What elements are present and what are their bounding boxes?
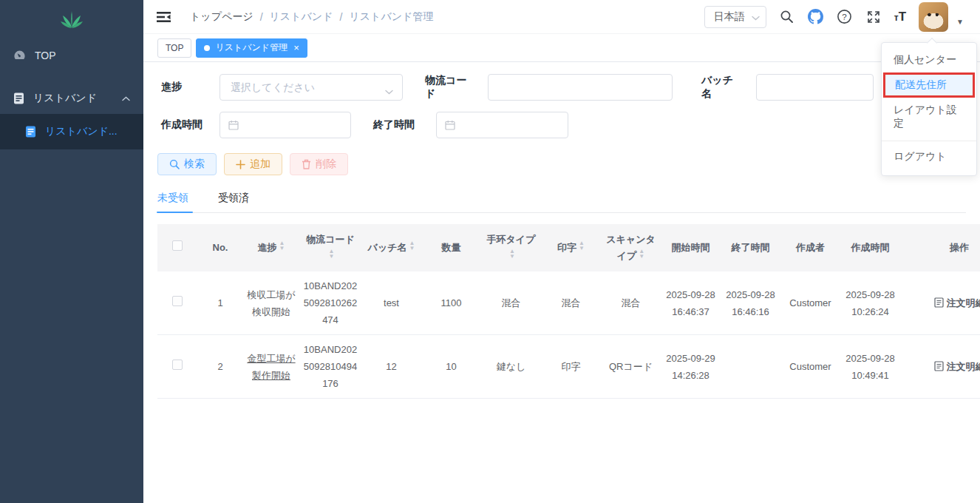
col-creator: 作成者 xyxy=(780,224,840,271)
col-logistics-code[interactable]: 物流コード▲▼ xyxy=(299,224,361,271)
sidebar-subitem-wristband-manage[interactable]: リストバンド... xyxy=(0,114,143,149)
menu-item-personal-center[interactable]: 個人センター xyxy=(882,47,976,72)
cell-band-type: 鍵なし xyxy=(481,335,541,399)
chevron-up-icon xyxy=(122,94,130,103)
cell-logistics-code: 10BAND2025092810262474 xyxy=(299,271,361,335)
caret-down-icon[interactable]: ▼ xyxy=(956,18,964,26)
row-checkbox[interactable] xyxy=(172,359,183,370)
end-time-picker[interactable] xyxy=(436,112,568,138)
table-row: 2 金型工場が製作開始 10BAND2025092810494176 12 10… xyxy=(157,335,980,399)
menu-item-logout[interactable]: ログアウト xyxy=(882,141,976,171)
plant-logo-icon xyxy=(61,8,83,29)
cell-creator: Customer xyxy=(780,335,840,399)
dashboard-icon xyxy=(13,50,26,62)
row-checkbox[interactable] xyxy=(172,296,183,306)
breadcrumb-item-wristband[interactable]: リストバンド xyxy=(270,10,333,24)
sort-icon[interactable]: ▲▼ xyxy=(329,252,335,262)
filter-row-1: 進捗 物流コード バッチ名 xyxy=(157,74,980,101)
create-time-label: 作成時間 xyxy=(161,118,205,132)
action-buttons: 検索 追加 削除 xyxy=(157,153,980,175)
delete-button[interactable]: 削除 xyxy=(290,153,348,175)
cell-end-time xyxy=(721,335,780,399)
tag-close-icon[interactable]: × xyxy=(293,43,299,53)
logistics-code-input[interactable] xyxy=(488,74,673,101)
col-batch-name[interactable]: バッチ名▲▼ xyxy=(361,224,421,271)
create-time-input[interactable] xyxy=(245,119,333,131)
sort-icon[interactable]: ▲▼ xyxy=(279,243,285,254)
navbar: トップページ / リストバンド / リストバンド管理 日本語 ? xyxy=(143,0,980,34)
cell-logistics-code: 10BAND2025092810494176 xyxy=(299,335,361,399)
search-icon[interactable] xyxy=(779,9,795,25)
tab-received[interactable]: 受領済 xyxy=(218,192,249,212)
wristband-table: No. 進捗▲▼ 物流コード▲▼ バッチ名▲▼ 数量 手环タイプ▲▼ 印字▲▼ … xyxy=(157,224,980,399)
menu-item-shipping-address[interactable]: 配送先住所 xyxy=(883,72,975,98)
cell-print: 印字 xyxy=(541,335,601,399)
calendar-icon xyxy=(445,120,455,130)
sidebar-item-label: TOP xyxy=(35,50,56,61)
logistics-code-label: 物流コード xyxy=(425,74,477,101)
text-size-icon[interactable]: тT xyxy=(894,10,906,24)
active-dot-icon xyxy=(204,45,210,51)
cell-end-time: 2025-09-28 16:46:16 xyxy=(721,271,780,335)
progress-link[interactable]: 金型工場が製作開始 xyxy=(247,353,295,381)
fullscreen-icon[interactable] xyxy=(865,9,882,25)
col-created-at: 作成時間 xyxy=(840,224,900,271)
avatar[interactable] xyxy=(919,2,948,32)
sort-icon[interactable]: ▲▼ xyxy=(509,252,515,262)
delete-button-label: 削除 xyxy=(316,158,336,171)
tag-label: TOP xyxy=(166,43,183,53)
tag-wristband-manage[interactable]: リストバンド管理 × xyxy=(196,38,307,58)
help-icon[interactable]: ? xyxy=(837,9,853,25)
col-quantity: 数量 xyxy=(421,224,481,271)
svg-text:?: ? xyxy=(843,13,847,21)
github-icon[interactable] xyxy=(808,9,824,25)
document-icon xyxy=(13,92,24,104)
cell-progress[interactable]: 金型工場が製作開始 xyxy=(243,335,299,399)
col-start-time: 開始時間 xyxy=(661,224,721,271)
progress-select-value[interactable] xyxy=(231,81,378,93)
sort-icon[interactable]: ▲▼ xyxy=(409,243,415,254)
sort-icon[interactable]: ▲▼ xyxy=(639,252,644,262)
order-detail-icon xyxy=(934,297,944,308)
search-button[interactable]: 検索 xyxy=(157,153,217,175)
sidebar-item-wristband[interactable]: リストバンド xyxy=(0,83,143,114)
tab-unreceived[interactable]: 未受領 xyxy=(157,192,188,212)
order-detail-link[interactable]: 注文明細 xyxy=(900,271,980,335)
cell-creator: Customer xyxy=(780,271,840,335)
select-all-checkbox[interactable] xyxy=(172,240,183,251)
col-band-type[interactable]: 手环タイプ▲▼ xyxy=(481,224,541,271)
app-root: TOP リストバンド リストバンド... xyxy=(0,0,980,503)
cell-band-type: 混合 xyxy=(481,271,541,335)
order-detail-icon xyxy=(934,361,944,371)
sidebar-item-top[interactable]: TOP xyxy=(0,40,143,71)
main-content: 進捗 物流コード バッチ名 作成時間 終了時間 xyxy=(143,63,980,503)
menu-item-layout-settings[interactable]: レイアウト設定 xyxy=(882,98,976,136)
create-time-picker[interactable] xyxy=(220,112,351,138)
cell-quantity: 1100 xyxy=(421,271,481,335)
col-actions: 操作 xyxy=(900,224,980,271)
add-button-label: 追加 xyxy=(250,158,270,171)
tag-label: リストバンド管理 xyxy=(215,41,287,54)
row-select-cell xyxy=(157,271,197,335)
select-all-cell xyxy=(157,224,197,271)
order-detail-link[interactable]: 注文明細 xyxy=(900,335,980,399)
cell-progress: 検収工場が検収開始 xyxy=(243,271,299,335)
breadcrumb-item-home[interactable]: トップページ xyxy=(190,10,253,24)
col-print[interactable]: 印字▲▼ xyxy=(541,224,601,271)
sidebar-subitem-label: リストバンド... xyxy=(45,125,118,138)
col-scan-type[interactable]: スキャンタイプ▲▼ xyxy=(601,224,661,271)
table-row: 1 検収工場が検収開始 10BAND2025092810262474 test … xyxy=(157,271,980,335)
sort-icon[interactable]: ▲▼ xyxy=(579,243,585,254)
progress-select[interactable] xyxy=(220,74,403,101)
sidebar: TOP リストバンド リストバンド... xyxy=(0,0,143,503)
end-time-input[interactable] xyxy=(461,119,550,131)
cell-no: 2 xyxy=(197,335,243,399)
add-button[interactable]: 追加 xyxy=(224,153,282,175)
sidebar-collapse-icon[interactable] xyxy=(157,11,171,23)
col-progress[interactable]: 進捗▲▼ xyxy=(243,224,299,271)
chevron-down-icon xyxy=(752,11,760,23)
batch-name-input[interactable] xyxy=(756,74,874,101)
language-select[interactable]: 日本語 xyxy=(704,6,766,28)
tag-top[interactable]: TOP xyxy=(157,38,191,58)
end-time-label: 終了時間 xyxy=(373,118,415,132)
